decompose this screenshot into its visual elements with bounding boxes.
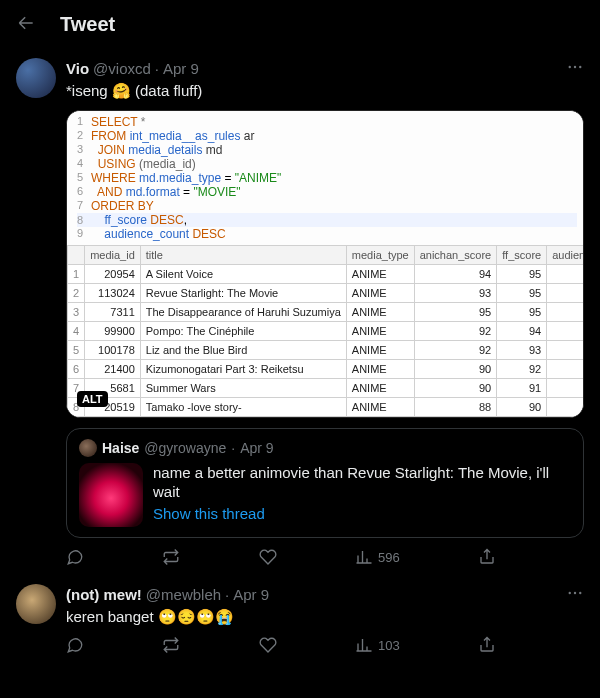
views-button[interactable]: 103 <box>355 636 400 654</box>
table-row: 2113024Revue Starlight: The MovieANIME93… <box>68 284 585 303</box>
avatar[interactable] <box>16 584 56 624</box>
tweet-date[interactable]: Apr 9 <box>163 60 199 77</box>
quote-tweet[interactable]: Haise @gyrowayne · Apr 9 name a better a… <box>66 428 584 538</box>
svg-point-2 <box>579 66 581 68</box>
table-row: 5100178Liz and the Blue BirdANIME929315 <box>68 341 585 360</box>
views-count: 103 <box>378 638 400 653</box>
tweet-header: Vio @vioxcd · Apr 9 <box>66 58 584 79</box>
table-header-row: media_id title media_type anichan_score … <box>68 246 585 265</box>
reply-button[interactable] <box>66 548 84 566</box>
col-anichan-score: anichan_score <box>414 246 497 265</box>
col-title: title <box>140 246 346 265</box>
views-count: 596 <box>378 550 400 565</box>
views-button[interactable]: 596 <box>355 548 400 566</box>
alt-badge[interactable]: ALT <box>77 391 108 407</box>
more-icon[interactable] <box>566 58 584 79</box>
tweet-text: keren banget 🙄😔🙄😭 <box>66 607 584 626</box>
share-button[interactable] <box>478 636 496 654</box>
username[interactable]: @vioxcd <box>93 60 151 77</box>
dot-separator: · <box>155 60 159 77</box>
results-table: media_id title media_type anichan_score … <box>67 245 584 417</box>
back-icon[interactable] <box>16 13 36 36</box>
quote-thumbnail <box>79 463 143 527</box>
tweet-text: *iseng 🤗 (data fluff) <box>66 81 584 100</box>
tweet-actions: 103 <box>66 636 496 654</box>
page-header: Tweet <box>0 0 600 48</box>
table-row: 75681Summer WarsANIME909110 <box>68 379 585 398</box>
share-button[interactable] <box>478 548 496 566</box>
avatar[interactable] <box>16 58 56 98</box>
table-row: 120954A Silent VoiceANIME949526 <box>68 265 585 284</box>
svg-point-1 <box>574 66 576 68</box>
quote-username: @gyrowayne <box>144 440 226 456</box>
username[interactable]: @mewbleh <box>146 586 221 603</box>
display-name[interactable]: (not) mew! <box>66 586 142 603</box>
table-row: 499900Pompo: The CinéphileANIME92949 <box>68 322 585 341</box>
show-thread-link[interactable]: Show this thread <box>153 505 571 522</box>
retweet-button[interactable] <box>162 636 180 654</box>
svg-point-0 <box>569 66 571 68</box>
table-row: 621400Kizumonogatari Part 3: ReiketsuANI… <box>68 360 585 379</box>
display-name[interactable]: Vio <box>66 60 89 77</box>
quote-display-name: Haise <box>102 440 139 456</box>
tweet-main: Vio @vioxcd · Apr 9 *iseng 🤗 (data fluff… <box>0 48 600 574</box>
quote-avatar <box>79 439 97 457</box>
col-audience-count: audience_count <box>547 246 584 265</box>
reply-button[interactable] <box>66 636 84 654</box>
tweet-date[interactable]: Apr 9 <box>233 586 269 603</box>
code-screenshot[interactable]: 1SELECT * 2FROM int_media__as_rules ar 3… <box>66 110 584 418</box>
quote-text: name a better animovie than Revue Starli… <box>153 463 571 501</box>
svg-point-3 <box>569 592 571 594</box>
like-button[interactable] <box>259 636 277 654</box>
table-row: 820519Tamako -love story-ANIME889017 <box>68 398 585 417</box>
page-title: Tweet <box>60 13 115 36</box>
col-media-id: media_id <box>85 246 141 265</box>
svg-point-4 <box>574 592 576 594</box>
col-media-type: media_type <box>346 246 414 265</box>
tweet-reply: (not) mew! @mewbleh · Apr 9 keren banget… <box>0 574 600 662</box>
quote-date: Apr 9 <box>240 440 273 456</box>
more-icon[interactable] <box>566 584 584 605</box>
table-row: 37311The Disappearance of Haruhi Suzumiy… <box>68 303 585 322</box>
tweet-actions: 596 <box>66 548 496 566</box>
svg-point-5 <box>579 592 581 594</box>
like-button[interactable] <box>259 548 277 566</box>
col-ff-score: ff_score <box>497 246 547 265</box>
retweet-button[interactable] <box>162 548 180 566</box>
sql-code: 1SELECT * 2FROM int_media__as_rules ar 3… <box>67 111 583 245</box>
